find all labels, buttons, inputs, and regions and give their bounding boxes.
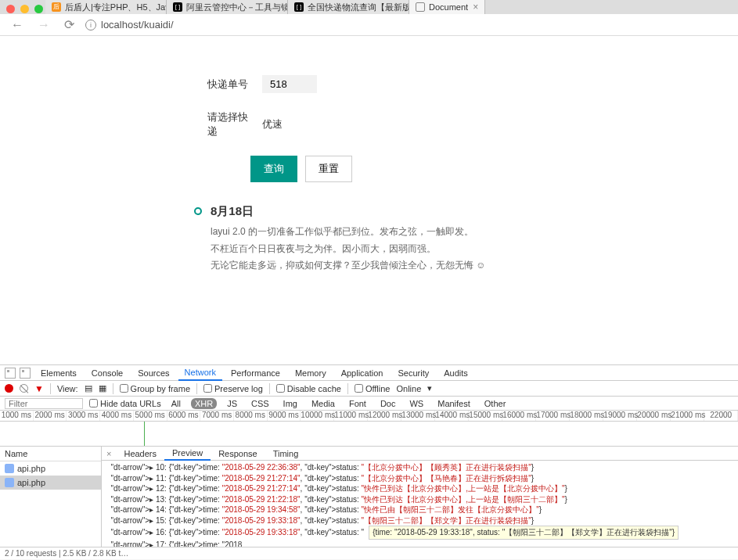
address-bar: ← → ⟳ i localhost/kuaidi/ xyxy=(0,14,738,36)
browser-tab-1[interactable]: [ ] 阿里云管控中心－工具与镜像 × xyxy=(167,0,288,14)
filter-type-font[interactable]: Font xyxy=(345,398,370,409)
timeline-tick: 17000 ms xyxy=(536,411,570,421)
browser-tab-3[interactable]: Document × xyxy=(409,0,485,14)
site-info-icon[interactable]: i xyxy=(85,20,96,31)
dropdown-icon[interactable]: ▾ xyxy=(427,383,432,393)
timeline-tick: 11000 ms xyxy=(334,411,368,421)
filter-type-img[interactable]: Img xyxy=(279,398,301,409)
timeline-tick: 3000 ms xyxy=(67,411,100,421)
carrier-select[interactable]: 优速 xyxy=(262,117,283,131)
devtools-status-bar: 2 / 10 requests | 2.5 KB / 2.8 KB t… xyxy=(0,547,738,559)
page-content: 快递单号 请选择快递 优速 查询 重置 8月18日 layui 2.0 的一切准… xyxy=(0,36,738,364)
reset-button[interactable]: 重置 xyxy=(305,156,352,182)
preview-line[interactable]: "dt-arrow">▸ 12: {"dt-key">time: "2018-0… xyxy=(106,483,733,494)
record-button[interactable] xyxy=(5,384,13,393)
timeline-dot-icon xyxy=(194,207,202,215)
large-rows-icon[interactable]: ▤ xyxy=(85,383,92,393)
detail-tab-response[interactable]: Response xyxy=(211,447,265,460)
view-label: View: xyxy=(57,384,78,393)
mac-window-controls xyxy=(6,5,43,13)
favicon-document xyxy=(416,2,425,12)
close-window-button[interactable] xyxy=(6,5,15,13)
preview-line[interactable]: "dt-arrow">▸ 17: {"dt-key">time: "2018 xyxy=(106,540,733,547)
inspect-element-icon[interactable] xyxy=(5,368,16,379)
detail-tabs: × Headers Preview Response Timing xyxy=(102,447,738,461)
preview-line[interactable]: "dt-arrow">▸ 11: {"dt-key">time: "2018-0… xyxy=(106,473,733,484)
overview-icon[interactable]: ▦ xyxy=(99,383,106,393)
file-icon xyxy=(5,478,14,487)
filter-input[interactable] xyxy=(5,398,83,409)
network-toolbar: ▼ View: ▤ ▦ Group by frame Preserve log … xyxy=(0,381,738,397)
dt-tab-memory[interactable]: Memory xyxy=(289,366,333,380)
network-timeline-body[interactable] xyxy=(0,422,738,447)
timeline-line: layui 2.0 的一切准备工作似乎都已到位。发布之弦，一触即发。 xyxy=(211,224,738,241)
device-toolbar-icon[interactable] xyxy=(20,368,31,379)
request-row[interactable]: api.php xyxy=(0,461,101,476)
preview-pane[interactable]: "dt-arrow">▸ 10: {"dt-key">time: "2018-0… xyxy=(102,461,738,547)
dt-tab-security[interactable]: Security xyxy=(391,366,435,380)
detail-tab-headers[interactable]: Headers xyxy=(116,447,164,460)
filter-icon[interactable]: ▼ xyxy=(34,383,44,394)
detail-tab-timing[interactable]: Timing xyxy=(265,447,307,460)
query-button[interactable]: 查询 xyxy=(250,156,297,182)
filter-type-manifest[interactable]: Manifest xyxy=(434,398,474,409)
devtools-panel: Elements Console Sources Network Perform… xyxy=(0,364,738,559)
browser-tabs-bar: 后 后盾人|专注PHP、H5、JavaS… × [ ] 阿里云管控中心－工具与镜… xyxy=(0,0,738,14)
dt-tab-network[interactable]: Network xyxy=(178,365,222,381)
url-box[interactable]: i localhost/kuaidi/ xyxy=(85,19,730,31)
tracking-input[interactable] xyxy=(262,75,317,93)
reload-button[interactable]: ⟳ xyxy=(61,17,77,32)
filter-type-xhr[interactable]: XHR xyxy=(191,398,217,409)
request-row[interactable]: api.php xyxy=(0,476,101,490)
dt-tab-sources[interactable]: Sources xyxy=(131,366,175,380)
hide-data-urls-checkbox[interactable]: Hide data URLs xyxy=(89,399,161,408)
timeline-tick: 21000 ms xyxy=(671,411,704,421)
hover-tooltip: {time: "2018-05-29 19:33:18", status: "【… xyxy=(369,526,679,540)
throttling-select[interactable]: Online xyxy=(396,384,421,393)
detail-tab-preview[interactable]: Preview xyxy=(164,447,211,461)
timeline-item: 8月18日 layui 2.0 的一切准备工作似乎都已到位。发布之弦，一触即发。… xyxy=(192,204,738,275)
name-column-header[interactable]: Name xyxy=(0,447,101,461)
file-icon xyxy=(5,464,14,473)
browser-tab-2[interactable]: [ ] 全国快递物流查询【最新版】… × xyxy=(288,0,409,14)
disable-cache-checkbox[interactable]: Disable cache xyxy=(276,384,341,393)
preview-line[interactable]: "dt-arrow">▸ 10: {"dt-key">time: "2018-0… xyxy=(106,462,733,473)
forward-button[interactable]: → xyxy=(34,18,53,32)
filter-type-other[interactable]: Other xyxy=(481,398,510,409)
filter-type-js[interactable]: JS xyxy=(223,398,241,409)
filter-type-doc[interactable]: Doc xyxy=(376,398,400,409)
clear-button[interactable] xyxy=(20,384,28,393)
close-detail-icon[interactable]: × xyxy=(102,449,116,458)
back-button[interactable]: ← xyxy=(8,18,27,32)
dt-tab-elements[interactable]: Elements xyxy=(34,366,83,380)
preview-line[interactable]: "dt-arrow">▸ 14: {"dt-key">time: "2018-0… xyxy=(106,504,733,515)
offline-checkbox[interactable]: Offline xyxy=(355,384,391,393)
tab-label: 阿里云管控中心－工具与镜像 xyxy=(186,2,288,13)
tracking-label: 快递单号 xyxy=(207,77,253,92)
timeline-tick: 8000 ms xyxy=(234,411,268,421)
preview-line[interactable]: "dt-arrow">▸ 16: {"dt-key">time: "2018-0… xyxy=(106,526,733,540)
filter-type-css[interactable]: CSS xyxy=(247,398,273,409)
preview-line[interactable]: "dt-arrow">▸ 15: {"dt-key">time: "2018-0… xyxy=(106,515,733,526)
dt-tab-audits[interactable]: Audits xyxy=(437,366,474,380)
timeline-tick: 1000 ms xyxy=(0,411,34,421)
dt-tab-performance[interactable]: Performance xyxy=(225,366,286,380)
favicon-aliyun: [ ] xyxy=(173,2,182,12)
timeline-body: layui 2.0 的一切准备工作似乎都已到位。发布之弦，一触即发。 不枉近百个… xyxy=(211,224,738,275)
maximize-window-button[interactable] xyxy=(34,5,43,13)
tab-label: 全国快递物流查询【最新版】… xyxy=(308,2,409,13)
dt-tab-application[interactable]: Application xyxy=(335,366,390,380)
timeline-tick: 9000 ms xyxy=(268,411,301,421)
preserve-log-checkbox[interactable]: Preserve log xyxy=(203,384,263,393)
timeline-date: 8月18日 xyxy=(211,204,738,219)
filter-type-all[interactable]: All xyxy=(167,398,185,409)
browser-tab-0[interactable]: 后 后盾人|专注PHP、H5、JavaS… × xyxy=(45,0,167,14)
group-by-frame-checkbox[interactable]: Group by frame xyxy=(120,384,190,393)
dt-tab-console[interactable]: Console xyxy=(85,366,129,380)
timeline-tick: 4000 ms xyxy=(100,411,134,421)
tab-close-icon[interactable]: × xyxy=(473,2,478,13)
preview-line[interactable]: "dt-arrow">▸ 13: {"dt-key">time: "2018-0… xyxy=(106,494,733,505)
minimize-window-button[interactable] xyxy=(20,5,29,13)
filter-type-ws[interactable]: WS xyxy=(405,398,427,409)
filter-type-media[interactable]: Media xyxy=(308,398,339,409)
